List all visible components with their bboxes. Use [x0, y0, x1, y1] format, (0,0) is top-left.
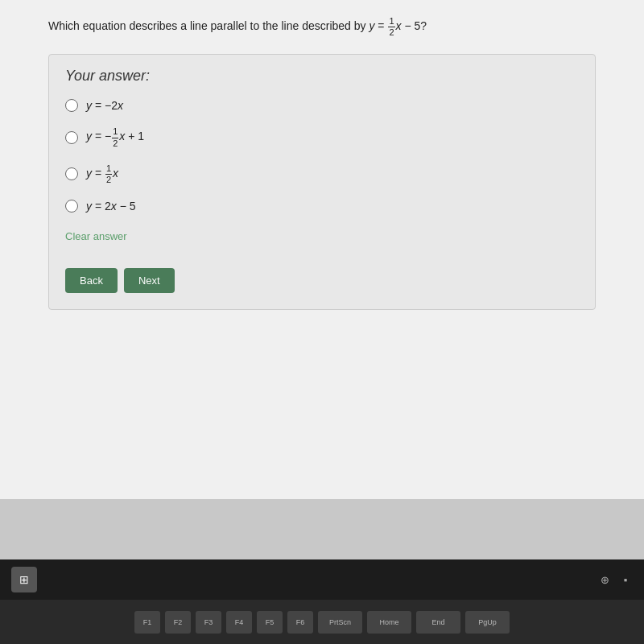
clear-answer-link[interactable]: Clear answer [65, 230, 127, 242]
radio-1[interactable] [65, 99, 78, 112]
option-3-text: y = 12x [86, 163, 118, 185]
screen: Which equation describes a line parallel… [0, 0, 644, 644]
option-4-text: y = 2x − 5 [86, 200, 136, 213]
key-pgup[interactable]: PgUp [465, 611, 510, 634]
option-4[interactable]: y = 2x − 5 [65, 200, 579, 213]
buttons-row: Back Next [65, 268, 579, 293]
wifi-icon [597, 572, 612, 587]
taskbar-bottom: ⊞ [0, 559, 644, 600]
option-1[interactable]: y = −2x [65, 99, 579, 112]
option-1-text: y = −2x [86, 99, 123, 112]
radio-3[interactable] [65, 167, 78, 180]
main-content: Which equation describes a line parallel… [0, 0, 644, 499]
key-end[interactable]: End [416, 611, 460, 634]
option-2[interactable]: y = −12x + 1 [65, 126, 579, 148]
radio-2[interactable] [65, 131, 78, 144]
monitor-icon [618, 572, 633, 587]
taskbar-right [597, 572, 633, 587]
answer-box: Your answer: y = −2x y = −12x + 1 y = 1 [48, 54, 596, 310]
next-button[interactable]: Next [124, 268, 175, 293]
answer-label: Your answer: [65, 68, 579, 85]
key-f2[interactable]: F2 [165, 611, 191, 634]
key-f4[interactable]: F4 [226, 611, 252, 634]
option-3[interactable]: y = 12x [65, 163, 579, 185]
keyboard-row: F1 F2 F3 F4 F5 F6 PrtScn Home End PgUp [0, 600, 644, 644]
key-f1[interactable]: F1 [134, 611, 160, 634]
key-prtscn[interactable]: PrtScn [318, 611, 362, 634]
question-text: Which equation describes a line parallel… [48, 16, 596, 38]
back-button[interactable]: Back [65, 268, 118, 293]
key-f6[interactable]: F6 [287, 611, 313, 634]
key-f3[interactable]: F3 [196, 611, 221, 634]
option-2-text: y = −12x + 1 [86, 126, 144, 148]
key-f5[interactable]: F5 [257, 611, 283, 634]
key-home[interactable]: Home [367, 611, 411, 634]
windows-icon[interactable]: ⊞ [11, 567, 37, 592]
radio-4[interactable] [65, 200, 78, 213]
